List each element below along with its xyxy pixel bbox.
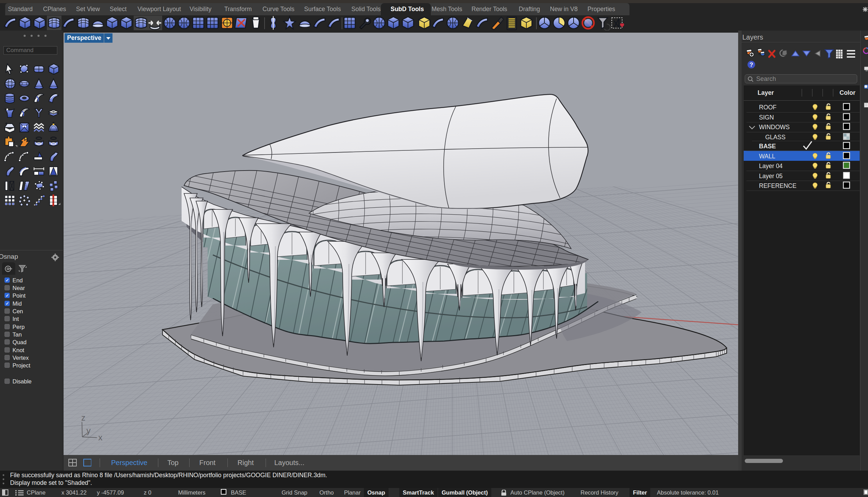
svg-text:z: z <box>81 413 85 422</box>
svg-text:?: ? <box>750 61 753 68</box>
svg-text:x: x <box>98 433 102 442</box>
svg-text:y: y <box>86 426 91 435</box>
